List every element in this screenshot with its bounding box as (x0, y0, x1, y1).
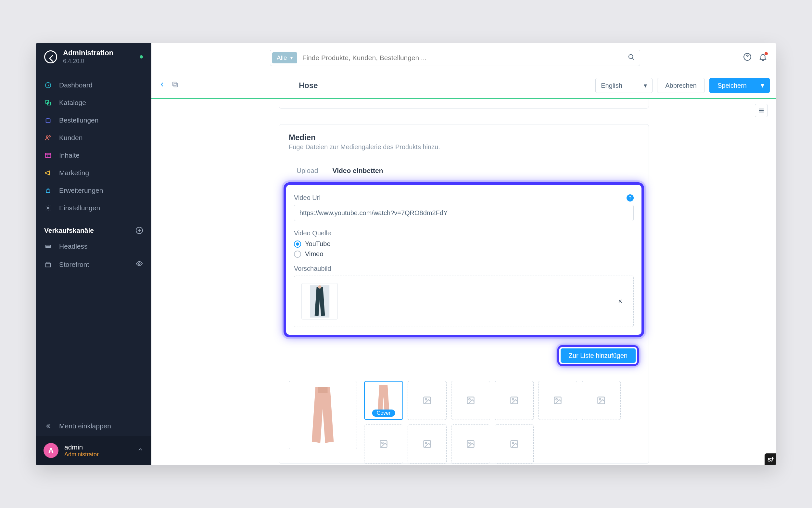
action-bar: Hose English ▾ Abbrechen Speichern ▾ (151, 73, 776, 99)
add-button-row: Zur Liste hinzufügen (279, 342, 649, 378)
language-value: English (601, 82, 622, 89)
sidebar-nav: Dashboard Kataloge Bestellungen Kunden I… (36, 74, 151, 219)
radio-icon (294, 251, 301, 258)
avatar: A (44, 443, 58, 458)
gallery-slot-empty[interactable] (582, 381, 621, 420)
language-select[interactable]: English ▾ (595, 78, 653, 93)
gallery-slot-empty[interactable] (408, 424, 446, 463)
save-button[interactable]: Speichern (709, 78, 755, 93)
sidebar-item-extensions[interactable]: Erweiterungen (36, 182, 151, 199)
sidebar-item-customers[interactable]: Kunden (36, 129, 151, 146)
svg-point-29 (599, 398, 601, 400)
sidebar-item-orders[interactable]: Bestellungen (36, 112, 151, 129)
sidebar-item-label: Einstellungen (59, 204, 100, 212)
previous-card-stub (279, 99, 649, 109)
gallery-slot-empty[interactable] (451, 381, 490, 420)
sidebar-channel-headless[interactable]: Headless (36, 238, 151, 255)
radio-youtube[interactable]: YouTube (294, 240, 634, 248)
cover-badge: Cover (372, 410, 395, 417)
remove-thumbnail-icon[interactable]: × (614, 297, 626, 305)
symfony-badge-icon[interactable]: sf (765, 453, 776, 465)
sidebar-item-label: Erweiterungen (59, 186, 103, 194)
svg-point-25 (512, 398, 514, 400)
video-url-input[interactable] (294, 205, 634, 221)
thumb-label: Vorschaubild (294, 265, 634, 272)
collapse-icon (44, 422, 52, 430)
video-url-label-row: Video Url ? (294, 194, 634, 202)
cancel-button[interactable]: Abbrechen (657, 78, 705, 93)
gallery-slot-empty[interactable] (495, 424, 534, 463)
gallery-main-preview[interactable] (289, 381, 357, 449)
sidebar-user[interactable]: A admin Administrator (36, 436, 151, 465)
svg-point-17 (318, 285, 321, 289)
radio-vimeo[interactable]: Vimeo (294, 250, 634, 258)
save-split-button: Speichern ▾ (709, 78, 770, 93)
card-tabs: Upload Video einbetten (279, 158, 649, 180)
sidebar-item-catalogs[interactable]: Kataloge (36, 94, 151, 112)
sidebar-channel-storefront[interactable]: Storefront (36, 255, 151, 274)
save-dropdown[interactable]: ▾ (755, 78, 770, 93)
svg-rect-15 (173, 82, 176, 86)
search-icon[interactable] (622, 53, 640, 62)
back-icon[interactable] (158, 81, 165, 90)
sidebar-item-label: Kunden (59, 134, 83, 142)
search-box: Alle ▾ (270, 50, 640, 66)
notification-dot (765, 52, 768, 55)
search-input[interactable] (297, 54, 622, 62)
svg-point-35 (469, 442, 470, 443)
app-frame: Administration 6.4.20.0 Dashboard Katalo… (36, 43, 776, 465)
gallery-slot-empty[interactable] (451, 424, 490, 463)
svg-rect-3 (46, 119, 50, 123)
user-role: Administrator (64, 451, 99, 458)
collapse-label: Menü einklappen (59, 422, 111, 430)
app-title-block: Administration 6.4.20.0 (63, 49, 134, 65)
sidebar-item-content[interactable]: Inhalte (36, 146, 151, 164)
help-icon[interactable] (743, 53, 752, 63)
sidebar-item-settings[interactable]: Einstellungen (36, 199, 151, 217)
svg-point-31 (382, 442, 383, 443)
tab-upload[interactable]: Upload (296, 167, 318, 180)
chevron-down-icon: ▾ (290, 55, 293, 60)
duplicate-icon[interactable] (172, 81, 179, 90)
eye-icon[interactable] (136, 260, 143, 269)
list-toggle-icon[interactable] (755, 104, 768, 117)
gallery-slot-empty[interactable] (408, 381, 446, 420)
add-button-highlight: Zur Liste hinzufügen (557, 345, 639, 366)
status-online-dot (140, 55, 143, 58)
svg-point-8 (47, 207, 49, 209)
card-title: Medien (289, 133, 639, 142)
svg-point-33 (425, 442, 427, 443)
help-icon[interactable]: ? (627, 194, 634, 202)
svg-point-21 (425, 398, 427, 400)
svg-point-23 (469, 398, 470, 400)
svg-rect-14 (174, 83, 177, 87)
main: Alle ▾ Hose English ▾ Abbrechen (151, 43, 776, 465)
gallery-slot-empty[interactable] (495, 381, 534, 420)
gallery-slot-empty[interactable] (538, 381, 577, 420)
thumbnail-dropzone[interactable]: × (294, 276, 634, 327)
sidebar-item-label: Kataloge (59, 99, 86, 107)
sidebar: Administration 6.4.20.0 Dashboard Katalo… (36, 43, 151, 465)
tab-video-embed[interactable]: Video einbetten (333, 167, 383, 180)
content: Medien Füge Dateien zur Mediengalerie de… (151, 99, 776, 465)
app-version: 6.4.20.0 (63, 58, 134, 65)
sidebar-collapse[interactable]: Menü einklappen (36, 416, 151, 436)
search-filter[interactable]: Alle ▾ (272, 52, 297, 64)
sidebar-header: Administration 6.4.20.0 (36, 43, 151, 74)
add-channel-icon[interactable]: ＋ (136, 227, 143, 234)
catalogs-icon (44, 99, 52, 107)
gallery-slot-empty[interactable] (364, 424, 403, 463)
notifications-icon[interactable] (759, 53, 767, 63)
svg-point-11 (138, 263, 140, 264)
dashboard-icon (44, 81, 52, 89)
svg-rect-7 (46, 190, 50, 193)
sidebar-item-marketing[interactable]: Marketing (36, 164, 151, 182)
sidebar-item-dashboard[interactable]: Dashboard (36, 76, 151, 94)
svg-point-5 (49, 135, 50, 137)
svg-point-12 (629, 55, 633, 59)
svg-point-37 (512, 442, 514, 443)
gallery-slot-cover[interactable]: Cover (364, 381, 403, 420)
video-url-label: Video Url (294, 194, 321, 202)
card-header: Medien Füge Dateien zur Mediengalerie de… (279, 125, 649, 158)
add-to-list-button[interactable]: Zur Liste hinzufügen (561, 348, 636, 363)
